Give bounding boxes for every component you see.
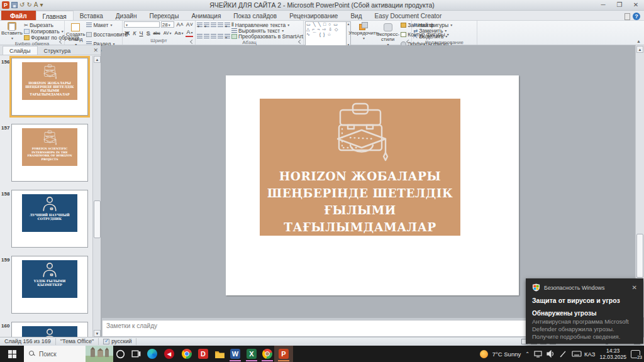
decrease-indent-icon[interactable] <box>211 23 216 28</box>
panel-scrollbar[interactable]: ▲ ▼ <box>92 56 101 337</box>
increase-indent-icon[interactable] <box>218 23 223 28</box>
justify-icon[interactable] <box>218 34 223 39</box>
weather-icon[interactable] <box>480 350 488 358</box>
columns-icon[interactable] <box>225 34 230 39</box>
tab-review[interactable]: Рецензирование <box>283 11 344 20</box>
tab-easy-document-creator[interactable]: Easy Document Creator <box>369 11 448 20</box>
strikethrough-button[interactable]: abc <box>152 30 160 36</box>
word-running-indicator <box>230 360 241 361</box>
scroll-up-icon[interactable]: ▲ <box>636 46 643 53</box>
text-shadow-button[interactable]: S <box>145 30 150 36</box>
panel-close-icon[interactable]: ✕ <box>93 46 98 55</box>
clock[interactable]: 14:23 12.03.2025 <box>599 348 626 360</box>
start-button[interactable] <box>0 346 24 362</box>
pen-icon[interactable] <box>559 350 567 358</box>
notes-placeholder: Заметки к слайду <box>106 322 157 329</box>
smartart-button[interactable]: Преобразовать в SmartArt <box>231 33 307 39</box>
tab-view[interactable]: Вид <box>344 11 368 20</box>
thumbnail-156[interactable]: 156 HORIZON Ж <box>1 58 92 116</box>
file-explorer-icon[interactable] <box>213 347 226 361</box>
briefcase-graduation-icon <box>40 64 59 80</box>
slide-title: HORIZON ЖОБАЛАРЫ ШЕҢБЕРІНДЕ ШЕТЕЛДІК ҒЫЛ… <box>260 168 460 236</box>
font-name-combo[interactable] <box>124 21 160 28</box>
paste-button[interactable]: Вставить <box>1 21 23 41</box>
tab-animations[interactable]: Анимация <box>185 11 227 20</box>
tab-transitions[interactable]: Переходы <box>143 11 185 20</box>
new-slide-button[interactable]: Создать слайд <box>66 21 85 47</box>
layout-button[interactable]: Макет <box>86 22 127 28</box>
select-button[interactable]: ⇱Выделить <box>413 33 447 39</box>
scroll-down-icon[interactable]: ▼ <box>94 330 101 337</box>
taskbar-search[interactable]: Поиск <box>24 346 113 362</box>
font-color-button[interactable]: A <box>186 29 193 37</box>
document-icon[interactable] <box>625 13 630 20</box>
font-size-combo[interactable]: 28 <box>161 21 175 28</box>
toast-close-icon[interactable]: ✕ <box>632 284 637 291</box>
panel-tab-outline[interactable]: Структура <box>38 47 77 55</box>
network-icon[interactable] <box>534 350 542 358</box>
spellcheck-status[interactable]: русский <box>99 338 136 345</box>
minimize-button[interactable]: ─ <box>595 1 611 10</box>
line-spacing-icon[interactable] <box>225 23 230 28</box>
change-case-button[interactable]: Aa <box>174 30 184 36</box>
windows-security-toast[interactable]: Безопасность Windows ✕ Защита от вирусов… <box>526 278 643 344</box>
bold-button[interactable]: Ж <box>124 30 130 36</box>
shapes-gallery[interactable]: ▭ ╲ ╲ □ ○ ▭ △ ⌐ ¬ ⇨ ⇩ ◇ ∿ ⌒ { } ☆ <box>305 21 347 47</box>
arrange-icon <box>359 22 368 30</box>
thumbnail-157[interactable]: 157 FOREIGN S <box>1 124 92 182</box>
cortana-icon[interactable] <box>113 347 127 361</box>
scroll-thumb[interactable] <box>94 200 101 238</box>
slide-content-box[interactable]: HORIZON ЖОБАЛАРЫ ШЕҢБЕРІНДЕ ШЕТЕЛДІК ҒЫЛ… <box>260 99 460 236</box>
italic-button[interactable]: К <box>132 30 136 36</box>
task-view-icon[interactable] <box>129 347 143 361</box>
chrome-profile-icon[interactable] <box>260 347 274 361</box>
close-button[interactable]: ✕ <box>628 1 644 10</box>
tab-file[interactable]: Файл <box>1 11 36 20</box>
thumbnail-158[interactable]: 158 ЛУЧШИЙ НАУЧНЫЙ СОТРУДНИК <box>1 190 92 248</box>
main-scrollbar[interactable]: ▲ <box>635 45 644 317</box>
scroll-up-icon[interactable]: ▲ <box>94 56 101 63</box>
theme-name[interactable]: "Тема Office" <box>56 338 99 345</box>
collapse-ribbon-icon[interactable]: ▲ <box>636 39 641 43</box>
align-right-icon[interactable] <box>211 34 216 39</box>
panel-tab-slides[interactable]: Слайды <box>3 46 38 55</box>
word-icon[interactable]: W <box>228 347 242 361</box>
grow-font-icon[interactable]: A˄ <box>175 21 184 28</box>
tab-slideshow[interactable]: Показ слайдов <box>227 11 283 20</box>
quick-styles-button[interactable]: Экспресс-стили <box>376 21 399 47</box>
reset-icon <box>86 32 92 37</box>
excel-icon[interactable]: X <box>245 347 258 361</box>
keyboard-icon[interactable] <box>572 350 580 358</box>
volume-icon[interactable] <box>547 350 555 358</box>
numbering-icon[interactable] <box>204 23 209 28</box>
action-center-icon[interactable]: 23 <box>631 350 640 358</box>
current-slide[interactable]: HORIZON ЖОБАЛАРЫ ШЕҢБЕРІНДЕ ШЕТЕЛДІК ҒЫЛ… <box>226 75 519 295</box>
shape-outline-icon <box>401 32 406 37</box>
restore-button[interactable]: ❐ <box>611 1 628 10</box>
red-app-icon[interactable]: ◄ <box>162 347 176 361</box>
edge-icon[interactable] <box>145 347 159 361</box>
align-center-icon[interactable] <box>204 34 209 39</box>
scroll-thumb[interactable] <box>636 234 643 278</box>
powerpoint-running-indicator <box>278 360 289 361</box>
character-spacing-button[interactable]: AV <box>163 30 172 36</box>
tab-design[interactable]: Дизайн <box>109 11 143 20</box>
weather-text[interactable]: 7°C Sunny <box>492 351 521 358</box>
align-left-icon[interactable] <box>197 34 203 39</box>
thumbnail-160[interactable]: 160 <box>1 322 92 337</box>
help-icon[interactable]: ? <box>633 13 640 20</box>
underline-button[interactable]: Ч <box>138 30 143 36</box>
shrink-font-icon[interactable]: A˅ <box>186 21 194 28</box>
chrome-icon[interactable] <box>180 347 194 361</box>
tray-chevron-icon[interactable]: ⌃ <box>525 351 530 357</box>
bullets-icon[interactable] <box>197 23 203 28</box>
tab-insert[interactable]: Вставка <box>74 11 109 20</box>
keyboard-language[interactable]: КАЗ <box>584 351 596 358</box>
powerpoint-icon[interactable]: P <box>277 347 291 361</box>
arrange-button[interactable]: Упорядочить <box>352 21 375 47</box>
reset-button[interactable]: Восстановить <box>86 31 127 37</box>
search-highlight-image[interactable] <box>86 346 113 362</box>
thumbnail-159[interactable]: 159 ҮЗДІК ҒЫЛЫМИ ҚЫЗМЕТКЕР <box>1 256 92 314</box>
tab-home[interactable]: Главная <box>36 11 74 20</box>
red-app-2-icon[interactable]: D <box>196 347 210 361</box>
